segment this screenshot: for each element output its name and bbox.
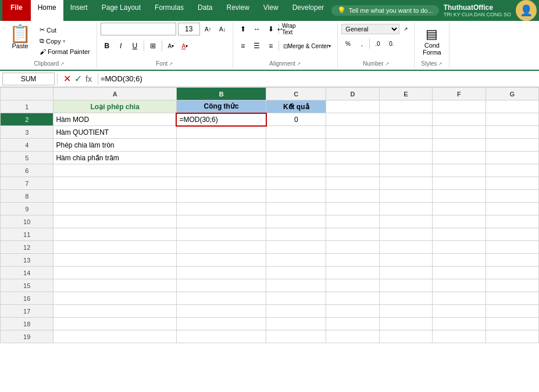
cell-r14-c5[interactable] [379, 267, 432, 279]
cell-r17-c5[interactable] [379, 305, 432, 318]
cell-r8-c5[interactable] [379, 190, 432, 203]
cell-r10-c3[interactable] [266, 215, 326, 228]
border-button[interactable]: ⊞ [147, 39, 159, 52]
col-header-a[interactable]: A [53, 88, 176, 100]
cell-r8-c1[interactable] [53, 190, 176, 203]
cell-r7-c2[interactable] [176, 177, 266, 190]
align-left-button[interactable]: ≡ [237, 39, 249, 52]
cell-r13-c4[interactable] [326, 254, 379, 267]
cell-r15-c2[interactable] [176, 279, 266, 292]
cell-r2-c2[interactable]: =MOD(30;6) [176, 113, 266, 126]
col-header-g[interactable]: G [486, 88, 539, 100]
cell-r16-c5[interactable] [379, 292, 432, 305]
cell-r4-c7[interactable] [486, 139, 539, 152]
cell-r5-c1[interactable]: Hàm chia phần trăm [53, 152, 176, 164]
cell-r15-c3[interactable] [266, 279, 326, 292]
cell-r5-c7[interactable] [486, 152, 539, 164]
cell-r7-c1[interactable] [53, 177, 176, 190]
cell-r4-c4[interactable] [326, 139, 379, 152]
cell-r12-c6[interactable] [433, 241, 486, 254]
cell-r13-c1[interactable] [53, 254, 176, 267]
cell-r10-c4[interactable] [326, 215, 379, 228]
cell-r13-c2[interactable] [176, 254, 266, 267]
cell-r19-c2[interactable] [176, 330, 266, 343]
cell-r2-c1[interactable]: Hàm MOD [53, 113, 176, 126]
cell-r7-c7[interactable] [486, 177, 539, 190]
cell-r9-c1[interactable] [53, 203, 176, 215]
cell-r11-c2[interactable] [176, 228, 266, 241]
cell-r14-c4[interactable] [326, 267, 379, 279]
cell-r14-c1[interactable] [53, 267, 176, 279]
cell-r1-c3[interactable]: Kết quả [266, 100, 326, 113]
cell-r9-c6[interactable] [433, 203, 486, 215]
cell-r4-c5[interactable] [379, 139, 432, 152]
col-header-b[interactable]: B [176, 88, 266, 100]
cell-r6-c6[interactable] [433, 164, 486, 177]
align-bottom-button[interactable]: ⬇ [265, 23, 277, 35]
cell-r1-c6[interactable] [433, 100, 486, 113]
cell-r15-c6[interactable] [433, 279, 486, 292]
align-center-button[interactable]: ☰ [251, 39, 263, 52]
cell-r12-c3[interactable] [266, 241, 326, 254]
cell-r15-c1[interactable] [53, 279, 176, 292]
cell-r6-c7[interactable] [486, 164, 539, 177]
tab-page-layout[interactable]: Page Layout [95, 0, 148, 21]
cell-r12-c7[interactable] [486, 241, 539, 254]
tab-file[interactable]: File [2, 0, 31, 21]
cell-r9-c4[interactable] [326, 203, 379, 215]
cell-r17-c4[interactable] [326, 305, 379, 318]
cell-r11-c7[interactable] [486, 228, 539, 241]
cell-r6-c4[interactable] [326, 164, 379, 177]
number-expand-icon[interactable]: ↗ [401, 23, 411, 35]
confirm-icon[interactable]: ✓ [74, 73, 82, 84]
cell-r19-c4[interactable] [326, 330, 379, 343]
cell-r7-c5[interactable] [379, 177, 432, 190]
cell-r10-c6[interactable] [433, 215, 486, 228]
cell-r10-c7[interactable] [486, 215, 539, 228]
align-right-button[interactable]: ≡ [265, 39, 277, 52]
tab-insert[interactable]: Insert [63, 0, 95, 21]
number-expand-btn[interactable]: ↗ [385, 61, 390, 67]
cell-r8-c2[interactable] [176, 190, 266, 203]
bold-button[interactable]: B [101, 39, 113, 52]
cell-r9-c7[interactable] [486, 203, 539, 215]
cell-r11-c4[interactable] [326, 228, 379, 241]
col-header-c[interactable]: C [266, 88, 326, 100]
tab-home[interactable]: Home [31, 0, 63, 21]
cell-r16-c7[interactable] [486, 292, 539, 305]
cell-r18-c4[interactable] [326, 318, 379, 330]
cell-r3-c2[interactable] [176, 126, 266, 139]
cell-r18-c7[interactable] [486, 318, 539, 330]
font-color-button[interactable]: A ▾ [179, 39, 191, 52]
cell-r5-c5[interactable] [379, 152, 432, 164]
cell-r10-c2[interactable] [176, 215, 266, 228]
font-color-dropdown[interactable]: ▾ [185, 44, 188, 49]
col-header-e[interactable]: E [379, 88, 432, 100]
cell-r5-c2[interactable] [176, 152, 266, 164]
cell-r19-c5[interactable] [379, 330, 432, 343]
tab-view[interactable]: View [256, 0, 285, 21]
cell-r1-c7[interactable] [486, 100, 539, 113]
cell-r17-c6[interactable] [433, 305, 486, 318]
align-middle-button[interactable]: ↔ [251, 23, 263, 35]
cell-r8-c7[interactable] [486, 190, 539, 203]
cell-r17-c7[interactable] [486, 305, 539, 318]
wrap-text-button[interactable]: ↩ Wrap Text [280, 23, 293, 35]
cell-r9-c2[interactable] [176, 203, 266, 215]
cell-r6-c1[interactable] [53, 164, 176, 177]
cell-r3-c1[interactable]: Hàm QUOTIENT [53, 126, 176, 139]
cell-r1-c5[interactable] [379, 100, 432, 113]
cell-r14-c6[interactable] [433, 267, 486, 279]
cell-r6-c3[interactable] [266, 164, 326, 177]
cell-r8-c6[interactable] [433, 190, 486, 203]
cell-r12-c2[interactable] [176, 241, 266, 254]
cell-r12-c1[interactable] [53, 241, 176, 254]
insert-function-icon[interactable]: fx [85, 74, 92, 84]
cell-r11-c5[interactable] [379, 228, 432, 241]
format-painter-button[interactable]: 🖌 Format Painter [37, 47, 93, 56]
copy-button[interactable]: ⧉ Copy ▾ [37, 36, 93, 46]
cell-r12-c4[interactable] [326, 241, 379, 254]
cell-r18-c2[interactable] [176, 318, 266, 330]
cell-r2-c5[interactable] [379, 113, 432, 126]
cell-r6-c5[interactable] [379, 164, 432, 177]
